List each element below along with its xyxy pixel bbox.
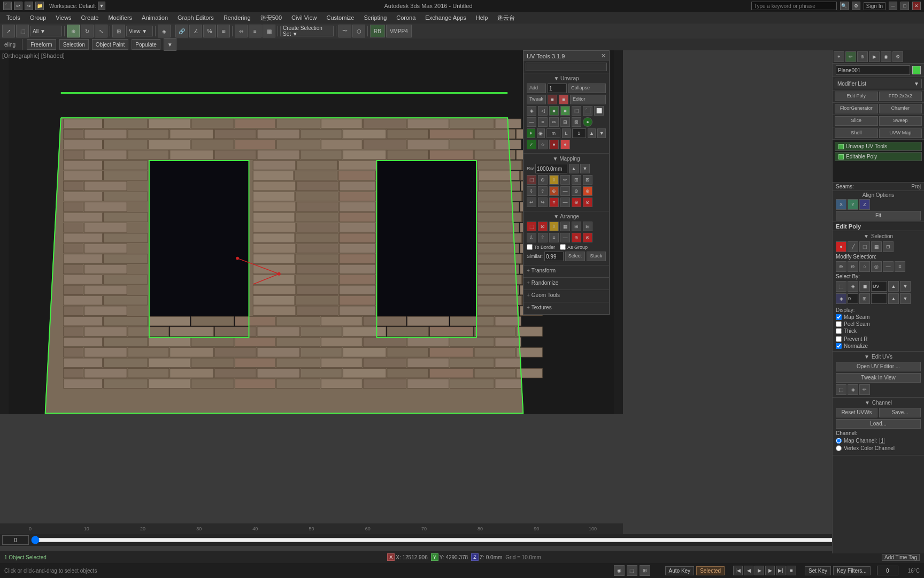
render-preset-dropdown[interactable]: Create Selection Set ▼ [280, 26, 334, 36]
menu-exchange[interactable]: Exchange Apps [421, 13, 470, 22]
peel-seam-check[interactable] [836, 321, 842, 327]
align-z-btn[interactable]: Z [859, 199, 870, 210]
map-channel-radio[interactable] [836, 438, 842, 444]
frame-input[interactable] [2, 535, 29, 545]
prev-frame-btn[interactable]: ◀ [744, 566, 753, 575]
mirror-btn[interactable]: ⇔ [235, 25, 248, 37]
maximize-btn[interactable]: □ [900, 2, 909, 10]
menu-customize[interactable]: Customize [322, 13, 358, 22]
unwrap-icon-6[interactable]: ⬛ [583, 106, 592, 116]
select-move-btn[interactable]: ⊕ [67, 25, 80, 37]
menu-tools[interactable]: Tools [2, 13, 25, 22]
sel-vert-btn[interactable]: ● [836, 241, 846, 252]
unwrap-icon-3[interactable]: ■ [549, 106, 559, 116]
thick-check[interactable] [836, 328, 842, 334]
map-icon-3[interactable]: ◊ [549, 175, 559, 185]
uv-search-input[interactable] [526, 63, 607, 71]
prevent-r-check[interactable] [836, 336, 842, 342]
sel-by-4[interactable]: ◈ [836, 293, 846, 304]
sel-edge-btn[interactable]: ╱ [848, 241, 858, 252]
unwrap-collapse-btn[interactable]: Collapse [568, 83, 606, 93]
similar-input[interactable] [544, 252, 564, 261]
unwrap-icon-18[interactable]: ▼ [597, 128, 606, 138]
add-time-tag-label[interactable]: Add Time Tag [884, 554, 917, 560]
menu-group[interactable]: Group [26, 13, 51, 22]
arr-icon-8[interactable]: ⇧ [538, 233, 548, 242]
layer-btn[interactable]: ▦ [263, 25, 275, 37]
arr-icon-2[interactable]: ⊠ [538, 222, 548, 231]
extra-menu-btn[interactable]: ▼ [164, 38, 176, 51]
map-icon-7[interactable]: ⇩ [527, 186, 536, 196]
selected-btn[interactable]: Selected [696, 566, 725, 575]
loop-btn[interactable]: ◎ [871, 261, 882, 272]
menu-create[interactable]: Create [76, 13, 103, 22]
unwrap-icon-11[interactable]: ⊞ [560, 117, 570, 127]
unwrap-collapse-arrow[interactable]: ▼ [553, 75, 559, 81]
stack-btn[interactable]: Stack [587, 252, 606, 261]
map-icon-2[interactable]: ⊙ [538, 175, 548, 185]
unwrap-icon-20[interactable]: ☆ [538, 140, 548, 149]
help-search-btn[interactable]: 🔍 [840, 2, 849, 10]
sel-by-num-up[interactable]: ▲ [888, 281, 899, 292]
sel-grid[interactable]: ⊞ [859, 293, 870, 304]
floor-gen-quick[interactable]: FloorGenerator [835, 104, 878, 113]
menu-civil-view[interactable]: Civil View [287, 13, 321, 22]
color-icon-2[interactable]: ■ [559, 95, 568, 104]
reference-coord-btn[interactable]: ⊞ [112, 25, 125, 37]
create-tab[interactable]: + [834, 51, 844, 62]
edit-uvs-collapse[interactable]: ▼ [864, 354, 869, 360]
menu-help[interactable]: Help [472, 13, 492, 22]
arr-icon-3[interactable]: ◊ [549, 222, 559, 231]
map-icon-11[interactable]: ⊜ [572, 186, 581, 196]
load-channel-btn[interactable]: Load... [836, 419, 921, 429]
frame-counter[interactable] [877, 566, 898, 575]
map-icon-12[interactable]: ⊕ [583, 186, 592, 196]
utilities-tab[interactable]: ⚙ [892, 51, 903, 62]
display-tab[interactable]: ◉ [881, 51, 891, 62]
edit-poly-quick[interactable]: Edit Poly [835, 92, 878, 101]
align-btn[interactable]: ≡ [249, 25, 261, 37]
sel-num3-down[interactable]: ▼ [900, 293, 911, 304]
unwrap-icon-21[interactable]: ● [549, 140, 559, 149]
unwrap-amount-input[interactable] [548, 83, 567, 93]
map-icon-14[interactable]: ↪ [538, 197, 548, 207]
open-uv-editor-btn[interactable]: Open UV Editor ... [836, 362, 921, 371]
unwrap-tweak-btn[interactable]: Tweak [527, 95, 546, 104]
sel-elem-btn[interactable]: ⊡ [883, 241, 894, 252]
uvw-map-quick[interactable]: UVW Map [879, 128, 922, 138]
select-filter-dropdown[interactable]: All ▼ [30, 26, 62, 36]
unwrap-icon-4[interactable]: ■ [560, 106, 570, 116]
angle-snap-btn[interactable]: ∠ [189, 25, 202, 37]
euv-icon-3[interactable]: ✏ [859, 384, 870, 395]
sel-collapse[interactable]: ▼ [864, 233, 869, 239]
unwrap-icon-1[interactable]: ◈ [527, 106, 536, 116]
select-region-btn[interactable]: ⬚ [16, 25, 29, 37]
color-icon-1[interactable]: ■ [548, 95, 557, 104]
arr-icon-9[interactable]: ≡ [549, 233, 559, 242]
rb-btn[interactable]: RB [370, 25, 385, 37]
unwrap-editor-btn[interactable]: Editor [570, 95, 606, 104]
unwrap-icon-22[interactable]: ● [560, 140, 570, 149]
unwrap-icon-19[interactable]: ✓ [527, 140, 536, 149]
rw-input[interactable] [535, 164, 567, 173]
map-icon-9[interactable]: ⊕ [549, 186, 559, 196]
workspace-dropdown[interactable]: ▼ [98, 2, 105, 10]
unwrap-icon-5[interactable]: ⬚ [572, 106, 581, 116]
rotate-btn[interactable]: ↻ [81, 25, 94, 37]
arr-icon-1[interactable]: ⬚ [527, 222, 536, 231]
menu-modifiers[interactable]: Modifiers [104, 13, 136, 22]
sel-border-btn[interactable]: ⬚ [859, 241, 870, 252]
autokey-btn[interactable]: Auto Key [665, 566, 695, 575]
unwrap-add-btn[interactable]: Add [527, 83, 546, 93]
settings-btn[interactable]: ⚙ [852, 2, 860, 10]
map-icon-4[interactable]: ✏ [560, 175, 570, 185]
sel-face-btn[interactable]: ▦ [871, 241, 882, 252]
arr-icon-12[interactable]: ⊗ [583, 233, 592, 242]
map-channel-input[interactable] [879, 438, 885, 444]
sel-by-1[interactable]: ⬚ [836, 281, 846, 292]
motion-tab[interactable]: ▶ [869, 51, 880, 62]
play-btn[interactable]: ▶ [754, 566, 764, 575]
menu-rendering[interactable]: Rendering [219, 13, 255, 22]
timeline-scrubber[interactable] [31, 536, 893, 544]
reset-uvws-btn[interactable]: Reset UVWs [836, 408, 877, 417]
